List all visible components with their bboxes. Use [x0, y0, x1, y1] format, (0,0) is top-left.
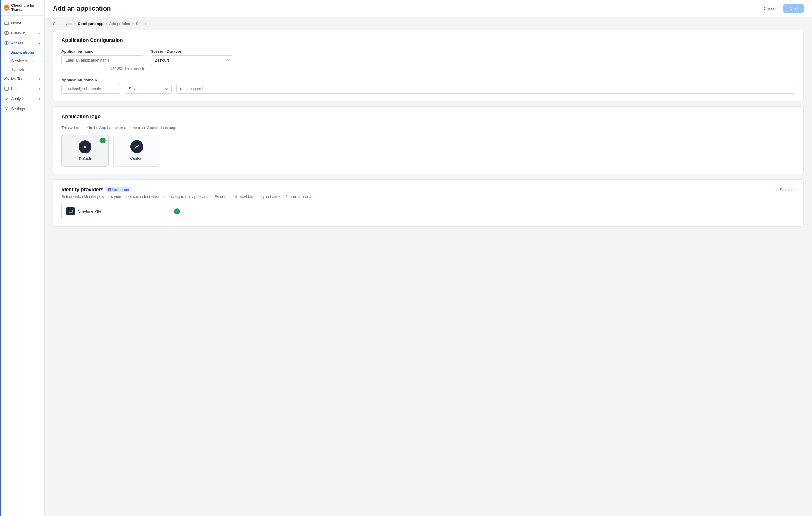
logo-option-custom[interactable]: Custom — [113, 135, 160, 167]
app-config-title: Application Configuration — [61, 37, 795, 43]
gateway-chevron-icon: ▾ — [39, 31, 40, 35]
my-team-chevron-icon: ▾ — [39, 77, 40, 80]
logs-chevron-icon: ▾ — [39, 87, 40, 90]
logo-options: ✓ Default Custom — [61, 135, 795, 167]
provider-left: One-time PIN — [66, 207, 101, 215]
svg-rect-8 — [84, 145, 86, 147]
logo-option-default[interactable]: ✓ Default — [61, 135, 109, 167]
breadcrumb: Select type > Configure app > Add polici… — [45, 17, 812, 30]
sidebar-item-gateway-label: Gateway — [11, 31, 26, 35]
domain-select[interactable]: Select... — [128, 84, 169, 93]
learn-more-label: Learn more — [112, 188, 129, 191]
analytics-icon — [4, 96, 9, 101]
session-label: Session Duration — [151, 49, 233, 54]
breadcrumb-select-type: Select type — [53, 22, 72, 26]
svg-point-14 — [70, 212, 71, 213]
access-icon — [4, 40, 9, 45]
provider-item-otp[interactable]: One-time PIN ✓ — [61, 203, 185, 219]
sidebar-item-home-label: Home — [11, 21, 22, 25]
access-chevron-icon: ▴ — [39, 42, 40, 45]
otp-provider-icon — [66, 207, 75, 215]
app-name-group: Application name 350/350 characters left — [61, 49, 144, 71]
domain-dot-sep: . — [121, 87, 124, 91]
identity-providers-card: Identity providers i Learn more Select a… — [53, 179, 804, 227]
svg-point-2 — [6, 43, 7, 44]
svg-point-13 — [70, 212, 70, 213]
domain-label: Application domain — [61, 78, 97, 82]
session-group: Session Duration 15 minutes 30 minutes 1… — [151, 49, 233, 65]
sidebar: ☁ Cloudflare for Teams Home Gateway ▾ Ac… — [0, 0, 45, 516]
config-form-row: Application name 350/350 characters left… — [61, 49, 795, 71]
svg-point-9 — [84, 147, 86, 148]
app-config-card: Application Configuration Application na… — [53, 30, 804, 101]
session-select[interactable]: 15 minutes 30 minutes 1 hour 6 hours 12 … — [151, 55, 233, 65]
logo-description: This will appear in the App Launcher and… — [61, 126, 795, 130]
page-title: Add an application — [53, 5, 111, 12]
identity-providers-header: Identity providers i Learn more Select a… — [61, 187, 795, 193]
sidebar-subitem-applications[interactable]: Applications — [0, 48, 45, 57]
domain-section: Application domain . Select... / — [61, 78, 795, 94]
otp-provider-name: One-time PIN — [78, 209, 101, 214]
breadcrumb-sep-3: > — [132, 22, 134, 26]
svg-point-4 — [7, 77, 8, 78]
main-content: Add an application Cancel Next Select ty… — [45, 0, 812, 516]
sidebar-item-my-team[interactable]: My Team ▾ — [0, 74, 45, 84]
team-icon — [4, 76, 9, 81]
select-all-link[interactable]: Select all — [780, 188, 795, 192]
sidebar-item-settings-label: Settings — [11, 107, 25, 111]
sidebar-item-analytics-label: Analytics — [11, 97, 27, 101]
sidebar-item-logs[interactable]: Logs ▾ — [0, 84, 45, 94]
brand: ☁ Cloudflare for Teams — [0, 0, 45, 16]
app-name-label: Application name — [61, 49, 144, 54]
header-actions: Cancel Next — [760, 4, 804, 13]
sidebar-subitem-service-auth-label: Service Auth — [11, 59, 33, 63]
svg-point-15 — [71, 212, 72, 213]
app-logo-card: Application logo This will appear in the… — [53, 106, 804, 174]
default-logo-icon — [79, 140, 91, 154]
subdomain-input[interactable] — [61, 84, 120, 94]
sidebar-subitem-tunnels[interactable]: Tunnels — [0, 65, 45, 74]
sidebar-item-gateway[interactable]: Gateway ▾ — [0, 28, 45, 38]
default-check-badge: ✓ — [100, 138, 106, 143]
sidebar-subitem-tunnels-label: Tunnels — [11, 67, 25, 72]
identity-providers-title: Identity providers — [61, 187, 104, 193]
app-name-input[interactable] — [61, 55, 144, 65]
domain-slash-sep: / — [173, 87, 175, 91]
sidebar-item-home[interactable]: Home — [0, 18, 45, 28]
provider-description: Select which identity providers your use… — [61, 194, 795, 199]
page-header: Add an application Cancel Next — [45, 0, 812, 17]
otp-provider-check: ✓ — [174, 208, 180, 214]
sidebar-subitem-service-auth[interactable]: Service Auth — [0, 57, 45, 65]
home-icon — [4, 21, 9, 25]
gateway-icon — [4, 31, 9, 35]
brand-name: Cloudflare for Teams — [11, 3, 40, 12]
next-button[interactable]: Next — [783, 4, 804, 13]
default-logo-label: Default — [79, 156, 91, 161]
sidebar-item-my-team-label: My Team — [11, 77, 27, 81]
path-input[interactable] — [176, 84, 795, 94]
breadcrumb-configure-app: Configure app — [78, 22, 104, 26]
char-count: 350/350 characters left — [61, 67, 144, 71]
cancel-button[interactable]: Cancel — [760, 4, 781, 13]
domain-row: . Select... / — [61, 84, 795, 94]
sidebar-item-settings[interactable]: Settings — [0, 104, 45, 114]
svg-point-6 — [6, 108, 7, 110]
domain-select-wrap: Select... — [125, 84, 172, 94]
custom-logo-icon — [130, 140, 143, 153]
app-logo-title: Application logo — [61, 114, 795, 119]
sidebar-item-logs-label: Logs — [11, 87, 20, 91]
sidebar-item-access-label: Access — [11, 41, 24, 45]
settings-icon — [4, 106, 9, 111]
sidebar-subitem-applications-label: Applications — [11, 50, 34, 54]
sidebar-nav: Home Gateway ▾ Access ▴ Applications Ser… — [0, 16, 45, 116]
breadcrumb-sep-1: > — [74, 22, 76, 26]
analytics-chevron-icon: ▾ — [39, 97, 40, 101]
logs-icon — [4, 86, 9, 91]
breadcrumb-add-policies: Add policies — [110, 22, 130, 26]
content-area: Application Configuration Application na… — [45, 30, 812, 235]
identity-providers-title-row: Identity providers i Learn more — [61, 187, 131, 193]
sidebar-item-analytics[interactable]: Analytics ▾ — [0, 94, 45, 104]
learn-more-badge[interactable]: i Learn more — [106, 187, 131, 192]
sidebar-item-access[interactable]: Access ▴ — [0, 38, 45, 48]
breadcrumb-setup: Setup — [136, 22, 146, 26]
